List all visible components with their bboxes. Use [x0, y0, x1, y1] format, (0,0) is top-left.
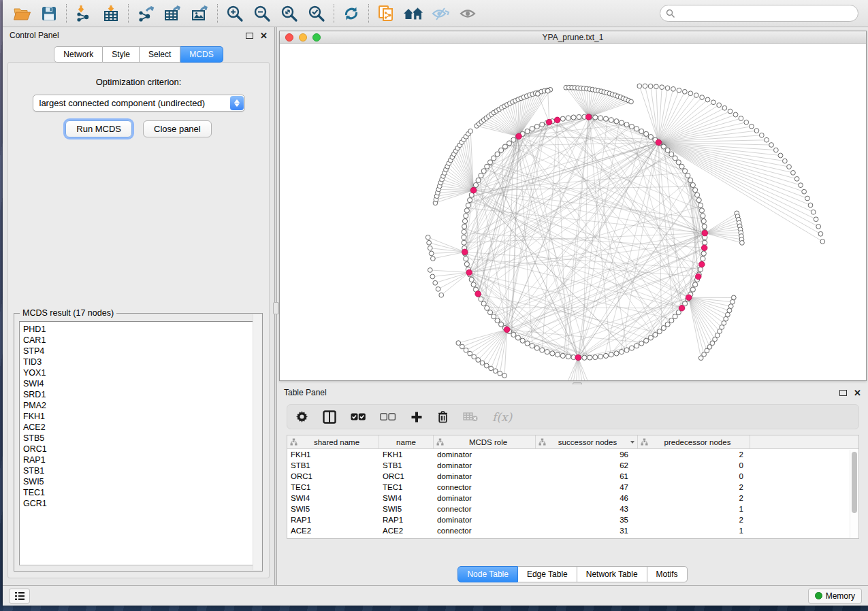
network-leaf-node[interactable]: [750, 124, 754, 129]
network-leaf-node[interactable]: [468, 351, 472, 356]
result-node-item[interactable]: RAP1: [23, 455, 257, 465]
result-node-item[interactable]: STB1: [23, 465, 257, 476]
network-leaf-node[interactable]: [654, 84, 658, 89]
network-leaf-node[interactable]: [805, 196, 810, 201]
network-leaf-node[interactable]: [427, 240, 432, 245]
network-leaf-node[interactable]: [425, 235, 430, 240]
network-leaf-node[interactable]: [476, 358, 481, 363]
network-node[interactable]: [644, 131, 649, 136]
network-node[interactable]: [540, 348, 545, 352]
network-node[interactable]: [588, 355, 592, 360]
result-node-item[interactable]: STB5: [23, 433, 257, 444]
network-leaf-node[interactable]: [727, 308, 732, 313]
network-node[interactable]: [665, 322, 670, 327]
network-node[interactable]: [702, 224, 707, 229]
network-node[interactable]: [634, 344, 639, 348]
network-leaf-node[interactable]: [818, 231, 823, 236]
mcds-hub-node[interactable]: [475, 291, 481, 297]
tab-mcds[interactable]: MCDS: [180, 46, 223, 63]
network-node[interactable]: [614, 351, 619, 356]
table-row[interactable]: YOX1YOX1connector291: [287, 536, 858, 539]
network-leaf-node[interactable]: [688, 91, 693, 96]
result-node-item[interactable]: ACE2: [23, 422, 257, 433]
result-node-item[interactable]: SWI5: [23, 476, 257, 487]
network-leaf-node[interactable]: [759, 133, 764, 137]
column-header-shared-name[interactable]: shared name: [287, 435, 379, 448]
network-node[interactable]: [688, 178, 693, 182]
network-leaf-node[interactable]: [728, 109, 733, 114]
network-node[interactable]: [530, 344, 534, 348]
network-node[interactable]: [540, 122, 545, 127]
network-leaf-node[interactable]: [778, 153, 783, 158]
mcds-hub-node[interactable]: [462, 249, 468, 255]
network-leaf-node[interactable]: [677, 88, 681, 93]
network-leaf-node[interactable]: [802, 189, 807, 194]
network-leaf-node[interactable]: [769, 143, 774, 148]
tab-motifs[interactable]: Motifs: [647, 566, 688, 582]
import-network-button[interactable]: [70, 2, 97, 25]
tab-node-table[interactable]: Node Table: [457, 566, 518, 582]
network-node[interactable]: [468, 198, 472, 203]
network-leaf-node[interactable]: [484, 363, 489, 368]
network-leaf-node[interactable]: [472, 354, 477, 359]
network-node[interactable]: [466, 203, 470, 208]
network-leaf-node[interactable]: [431, 257, 436, 261]
network-node[interactable]: [481, 301, 486, 306]
network-leaf-node[interactable]: [489, 366, 494, 371]
mcds-hub-node[interactable]: [516, 133, 522, 139]
network-node[interactable]: [673, 156, 677, 161]
table-row[interactable]: RAP1RAP1dominator352: [287, 514, 858, 525]
network-node[interactable]: [462, 229, 466, 234]
network-node[interactable]: [525, 129, 530, 133]
tab-style[interactable]: Style: [103, 46, 140, 63]
table-row[interactable]: TEC1TEC1connector472: [287, 482, 858, 493]
network-node[interactable]: [609, 352, 613, 357]
network-node[interactable]: [699, 208, 704, 213]
network-node[interactable]: [690, 182, 695, 187]
result-node-item[interactable]: TEC1: [23, 487, 257, 498]
network-node[interactable]: [701, 214, 705, 218]
network-leaf-node[interactable]: [502, 374, 507, 378]
network-node[interactable]: [485, 164, 489, 169]
network-node[interactable]: [469, 277, 474, 282]
network-leaf-node[interactable]: [637, 84, 642, 88]
network-node[interactable]: [690, 287, 695, 292]
network-leaf-node[interactable]: [820, 240, 825, 244]
network-node[interactable]: [487, 310, 492, 315]
network-node[interactable]: [499, 322, 504, 327]
float-panel-icon[interactable]: [839, 390, 847, 396]
network-leaf-node[interactable]: [464, 348, 468, 352]
network-canvas[interactable]: [280, 44, 866, 380]
network-node[interactable]: [555, 352, 560, 357]
network-node[interactable]: [502, 144, 507, 149]
network-node[interactable]: [464, 208, 469, 213]
network-node[interactable]: [624, 122, 629, 127]
run-mcds-button[interactable]: Run MCDS: [65, 120, 132, 137]
result-node-item[interactable]: ORC1: [23, 444, 257, 455]
network-node[interactable]: [698, 203, 703, 208]
result-node-item[interactable]: SRD1: [23, 389, 257, 400]
network-node[interactable]: [525, 341, 530, 346]
minimize-window-icon[interactable]: [299, 33, 307, 42]
result-node-item[interactable]: CAR1: [23, 335, 257, 346]
network-node[interactable]: [534, 124, 539, 129]
mcds-hub-node[interactable]: [699, 261, 705, 267]
network-node[interactable]: [479, 173, 483, 178]
network-node[interactable]: [698, 267, 703, 271]
result-node-item[interactable]: PMA2: [23, 400, 257, 411]
network-node[interactable]: [492, 314, 496, 319]
network-leaf-node[interactable]: [816, 225, 821, 229]
table-row[interactable]: SWI5SWI5connector431: [287, 503, 858, 514]
network-leaf-node[interactable]: [468, 129, 473, 133]
network-leaf-node[interactable]: [433, 280, 438, 285]
network-node[interactable]: [701, 257, 705, 261]
close-panel-icon[interactable]: ✕: [260, 33, 268, 39]
network-node[interactable]: [624, 348, 629, 352]
tab-network-table[interactable]: Network Table: [577, 566, 647, 582]
network-node[interactable]: [511, 332, 516, 337]
network-node[interactable]: [686, 173, 690, 178]
column-header-predecessor-nodes[interactable]: predecessor nodes: [638, 435, 750, 448]
table-row[interactable]: STB1STB1dominator620: [287, 460, 858, 471]
mcds-hub-node[interactable]: [702, 230, 708, 236]
network-node[interactable]: [464, 214, 468, 218]
